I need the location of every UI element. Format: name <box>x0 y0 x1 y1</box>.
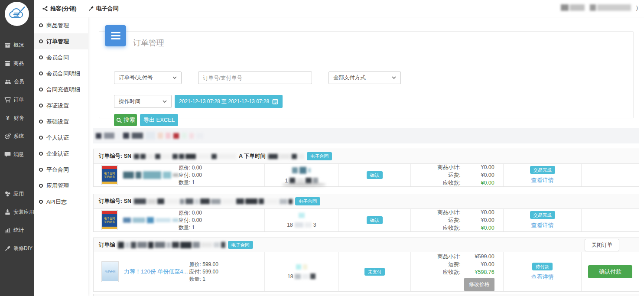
topbar: 推客(分销) 电子合同 ) <box>34 0 644 17</box>
submenu-item-member-contract-detail[interactable]: 会员合同明细 <box>34 65 88 81</box>
subtotal-value: ¥0.00 <box>461 163 494 171</box>
keyword-input[interactable] <box>203 75 307 81</box>
shipping-value: ¥0.00 <box>461 260 494 268</box>
product-title-link[interactable]: 力荐！120份 单份低至4... <box>124 268 189 276</box>
order-header: 订单编 电子合同 关闭订单 <box>94 238 639 252</box>
export-button-label: 导出 EXCEL <box>143 116 175 124</box>
submenu-item-enterprise-auth[interactable]: 企业认证 <box>34 146 88 162</box>
sidebar-item-orders[interactable]: 订单 <box>0 91 34 109</box>
submenu-item-goods-mgmt[interactable]: 商品管理 <box>34 17 88 33</box>
topbar-item-econtract[interactable]: 电子合同 <box>88 5 119 13</box>
topbar-item-label: 推客(分销) <box>50 5 77 13</box>
keyword-field-wrap <box>198 72 312 84</box>
sidebar-item-label: 会员 <box>14 78 24 85</box>
buyer-fragment: 18 <box>287 222 293 228</box>
sidebar-item-apps[interactable]: 应用 <box>0 185 34 203</box>
circle-icon <box>39 104 43 107</box>
view-detail-link[interactable]: 查看详情 <box>531 176 554 184</box>
view-detail-link[interactable]: 查看详情 <box>531 221 554 229</box>
buyer-cell: 18 3 <box>265 209 339 231</box>
time-type-select[interactable]: 操作时间 <box>114 95 172 108</box>
order-card-partial <box>93 294 639 296</box>
status-cell: 交易完成 查看详情 <box>504 164 582 186</box>
buyer-cell: 18 <box>265 252 339 291</box>
view-detail-link[interactable]: 查看详情 <box>531 273 554 281</box>
submenu-item-app-mgmt[interactable]: 应用管理 <box>34 178 88 194</box>
product-thumbnail: 电子合同 签约必备 <box>101 165 118 185</box>
members-icon <box>4 78 11 85</box>
redacted-product-title <box>123 217 179 223</box>
shipping-value: ¥0.00 <box>461 171 494 179</box>
submenu-item-basic-settings[interactable]: 基础设置 <box>34 114 88 130</box>
confirm-status-badge: 确认 <box>367 171 383 179</box>
payment-method-value: 全部支付方式 <box>333 74 366 81</box>
gear-icon <box>4 133 11 140</box>
export-excel-button[interactable]: 导出 EXCEL <box>140 114 178 126</box>
operation-cell <box>582 164 639 186</box>
sidebar-toggle-button[interactable] <box>105 25 126 46</box>
sidebar-item-members[interactable]: 会员 <box>0 72 34 91</box>
sidebar-item-install-apps[interactable]: 安装应用 <box>0 203 34 221</box>
redacted-order-time <box>268 154 304 159</box>
search-type-select[interactable]: 订单号/支付号 <box>114 72 182 84</box>
submenu-item-api-log[interactable]: API日志 <box>34 194 88 210</box>
submenu-label: 基础设置 <box>46 118 69 126</box>
thumb-text: 签约必备 <box>104 175 115 178</box>
circle-icon <box>39 184 43 188</box>
order-header: 订单编号: SN A 下单时间 <box>94 149 639 164</box>
receivable-value: ¥0.00 <box>461 224 494 232</box>
sidebar-item-finance[interactable]: ¥ 财务 <box>0 109 34 127</box>
topbar-item-label: 电子合同 <box>96 5 119 13</box>
sidebar-item-goods[interactable]: 商品 <box>0 54 34 72</box>
sidebar-item-stats[interactable]: 统计 <box>0 221 34 239</box>
circle-icon <box>39 120 43 124</box>
submenu-item-member-contract[interactable]: 会员合同 <box>34 49 88 65</box>
blur-shadow <box>282 182 326 187</box>
search-button[interactable]: 搜索 <box>114 114 137 126</box>
order-card: 订单编 电子合同 关闭订单 <box>93 237 639 292</box>
sidebar-item-label: 统计 <box>13 227 24 234</box>
close-order-button[interactable]: 关闭订单 <box>585 239 619 251</box>
sidebar-item-label: 概况 <box>13 42 24 49</box>
topbar-account-area[interactable]: ) <box>561 4 638 11</box>
time-type-value: 操作时间 <box>119 98 140 105</box>
buyer-phone: 1 <box>285 178 318 184</box>
sidebar-spacer <box>0 163 34 185</box>
sidebar-item-system[interactable]: 系统 <box>0 127 34 145</box>
order-row: 电子合同 力荐！120份 单份低至4... 原价: 599.00 应付: 599… <box>94 252 639 291</box>
modify-price-button[interactable]: 修改价格 <box>464 278 494 291</box>
product-cell: 电子合同 签约必备 原价: 0.00 应付: 0. <box>94 209 265 231</box>
payment-method-select[interactable]: 全部支付方式 <box>329 72 401 84</box>
page-title: 订单管理 <box>133 38 164 48</box>
confirm-payment-button[interactable]: 确认付款 <box>588 265 632 278</box>
circle-icon <box>39 168 43 172</box>
thumb-text: 电子合同 <box>104 172 115 175</box>
shipping-label: 运费: <box>411 260 461 268</box>
product-cell: 电子合同 签约必备 原价: 0.00 应付: 0. <box>94 164 265 186</box>
order-no-prefix: 订单编号: SN <box>99 198 131 205</box>
topbar-item-distribution[interactable]: 推客(分销) <box>42 5 77 13</box>
order-status-tabs[interactable] <box>93 128 639 143</box>
submenu-label: 企业认证 <box>46 150 69 158</box>
submenu-item-platform-contract[interactable]: 平台合同 <box>34 162 88 178</box>
calendar-icon <box>272 98 278 104</box>
order-time-label: A 下单时间 <box>239 153 266 160</box>
sidebar-item-overview[interactable]: 概况 <box>0 36 34 54</box>
date-range-picker[interactable]: 2021-12-13 07:28 至 2021-12-13 07:28 <box>175 95 283 108</box>
product-cell: 电子合同 力荐！120份 单份低至4... 原价: 599.00 应付: 599… <box>94 252 265 291</box>
redacted-buyer-phone <box>295 222 312 228</box>
submenu-item-order-mgmt[interactable]: 订单管理 <box>34 33 88 49</box>
chevron-down-icon <box>392 76 396 79</box>
order-row: 电子合同 签约必备 原价: 0.00 应付: 0. <box>94 209 639 231</box>
sidebar-item-label: 装修DIY <box>13 245 33 252</box>
submenu-item-personal-auth[interactable]: 个人认证 <box>34 130 88 146</box>
submenu-item-evidence-settings[interactable]: 存证设置 <box>34 98 88 114</box>
circle-icon <box>39 55 43 59</box>
chevron-down-icon <box>163 100 167 103</box>
submenu-label: 应用管理 <box>46 182 69 190</box>
account-suffix: ) <box>636 4 638 11</box>
sidebar-item-messages[interactable]: 消息 <box>0 145 34 163</box>
sidebar-item-decorate-diy[interactable]: 装修DIY <box>0 239 34 257</box>
original-price: 原价: 0.00 <box>179 209 260 217</box>
submenu-item-contract-recharge-detail[interactable]: 合同充值明细 <box>34 81 88 98</box>
